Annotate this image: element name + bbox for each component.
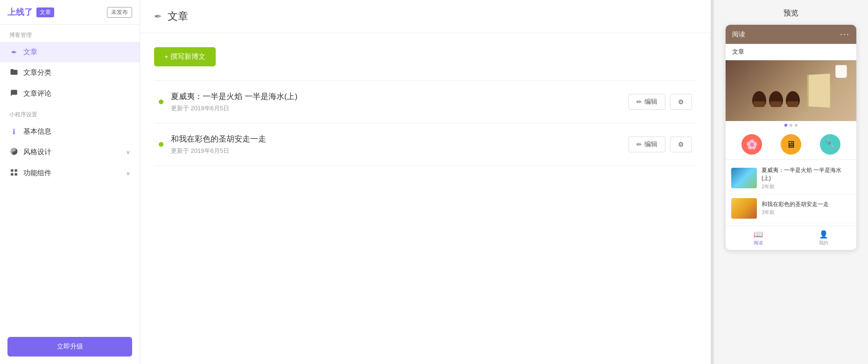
muffin-3 xyxy=(786,91,800,107)
article-item: 夏威夷：一半是火焰 一半是海水(上) 更新于 2019年6月5日 ✏ 编辑 ⚙ xyxy=(154,81,697,123)
edit-icon: ✏ xyxy=(636,98,642,106)
phone-icons-row: 🌸 🖥 🔧 xyxy=(726,129,856,160)
svg-rect-1 xyxy=(11,169,13,171)
mine-nav-label: 我的 xyxy=(819,240,828,246)
phone-article-item-1[interactable]: 和我在彩色的圣胡安走一走 3年前 xyxy=(726,194,856,223)
comments-icon xyxy=(9,89,19,99)
sidebar-header: 上线了 文章 未发布 xyxy=(0,0,140,25)
article-date-2: 更新于 2019年6月5日 xyxy=(171,147,621,155)
phone-article-time-0: 2年前 xyxy=(762,183,851,190)
phone-icon-wrench[interactable]: 🔧 xyxy=(820,134,840,155)
dot-2 xyxy=(790,124,792,127)
article-info-2: 和我在彩色的圣胡安走一走 更新于 2019年6月5日 xyxy=(171,134,621,155)
thumb-hawaii-bg xyxy=(731,168,757,188)
dot-3 xyxy=(795,124,797,127)
svg-rect-3 xyxy=(11,173,13,176)
style-design-icon xyxy=(9,147,19,157)
sidebar-item-articles[interactable]: ✒ 文章 xyxy=(0,42,140,62)
sidebar-bottom: 立即升级 xyxy=(0,329,140,364)
upgrade-button[interactable]: 立即升级 xyxy=(7,337,132,357)
muffin-scene xyxy=(752,74,830,107)
phone-thumb-1 xyxy=(731,198,757,219)
preview-title: 预览 xyxy=(714,0,868,25)
sidebar-item-style-design[interactable]: 风格设计 ∨ xyxy=(0,142,140,163)
main-content: ✒ 文章 + 撰写新博文 夏威夷：一半是火焰 一半是海水(上) 更新于 2019… xyxy=(140,0,711,364)
read-nav-icon: 📖 xyxy=(754,230,763,239)
mine-nav-icon: 👤 xyxy=(819,230,828,239)
phone-article-tab: 文章 xyxy=(726,44,856,60)
flower-icon: 🌸 xyxy=(746,139,758,150)
phone-article-list: 夏威夷：一半是火焰 一半是海水(上) 2年前 和我在彩色的圣胡安走一走 3年前 xyxy=(726,160,856,226)
sidebar-item-basic-info[interactable]: ℹ 基本信息 xyxy=(0,121,140,142)
gear-icon-2: ⚙ xyxy=(678,141,684,148)
phone-more-icon: ··· xyxy=(840,29,850,39)
gear-icon: ⚙ xyxy=(678,98,684,106)
phone-dots xyxy=(726,121,856,129)
article-item: 和我在彩色的圣胡安走一走 更新于 2019年6月5日 ✏ 编辑 ⚙ xyxy=(154,123,697,166)
chevron-down-icon: ∨ xyxy=(126,149,130,156)
sidebar-item-features[interactable]: 功能组件 ∨ xyxy=(0,163,140,184)
phone-article-info-1: 和我在彩色的圣胡安走一走 3年前 xyxy=(762,200,829,216)
phone-bottom-nav: 📖 阅读 👤 我的 xyxy=(726,226,856,250)
blog-management-label: 博客管理 xyxy=(0,25,140,42)
main-body: + 撰写新博文 夏威夷：一半是火焰 一半是海水(上) 更新于 2019年6月5日… xyxy=(140,33,711,180)
screen-icon: 🖥 xyxy=(786,139,796,150)
thumb-street-bg xyxy=(731,198,757,219)
article-list: 夏威夷：一半是火焰 一半是海水(上) 更新于 2019年6月5日 ✏ 编辑 ⚙ xyxy=(154,80,697,166)
phone-banner xyxy=(726,60,856,121)
preview-panel: 预览 阅读 ··· 文章 🌸 🖥 xyxy=(714,0,868,364)
mini-program-label: 小程序设置 xyxy=(0,104,140,121)
phone-top-bar-title: 阅读 xyxy=(732,30,745,39)
muffin-2 xyxy=(769,91,783,107)
sidebar-item-categories-label: 文章分类 xyxy=(23,68,51,77)
svg-rect-2 xyxy=(15,169,17,171)
edit-label: 编辑 xyxy=(644,98,657,106)
svg-rect-4 xyxy=(15,173,17,176)
phone-article-item-0[interactable]: 夏威夷：一半是火焰 一半是海水(上) 2年前 xyxy=(726,163,856,194)
settings-button-1[interactable]: ⚙ xyxy=(670,136,692,152)
coffee-cup xyxy=(835,65,847,78)
edit-button-1[interactable]: ✏ 编辑 xyxy=(628,136,665,152)
main-header: ✒ 文章 xyxy=(140,0,711,33)
phone-top-bar: 阅读 ··· xyxy=(726,25,856,44)
sidebar-item-style-design-label: 风格设计 xyxy=(23,148,51,157)
article-actions-2: ✏ 编辑 ⚙ xyxy=(628,136,692,152)
sidebar-item-features-label: 功能组件 xyxy=(23,169,51,178)
categories-icon xyxy=(9,68,19,78)
brand-badge: 文章 xyxy=(36,7,54,17)
phone-article-title-1: 和我在彩色的圣胡安走一走 xyxy=(762,200,829,208)
article-title: 夏威夷：一半是火焰 一半是海水(上) xyxy=(171,91,621,102)
edit-label-2: 编辑 xyxy=(644,140,657,149)
page-icon: ✒ xyxy=(154,11,162,22)
sidebar-item-articles-label: 文章 xyxy=(23,48,37,57)
book-visual xyxy=(807,73,830,107)
wrench-icon: 🔧 xyxy=(825,139,836,150)
phone-article-info-0: 夏威夷：一半是火焰 一半是海水(上) 2年前 xyxy=(762,166,851,190)
phone-nav-mine[interactable]: 👤 我的 xyxy=(791,230,856,246)
features-icon xyxy=(9,168,19,178)
phone-mockup: 阅读 ··· 文章 🌸 🖥 🔧 xyxy=(726,25,856,250)
read-nav-label: 阅读 xyxy=(754,240,763,246)
sidebar-item-comments[interactable]: 文章评论 xyxy=(0,83,140,104)
basic-info-icon: ℹ xyxy=(9,128,19,136)
page-title: 文章 xyxy=(168,9,188,23)
edit-button-0[interactable]: ✏ 编辑 xyxy=(628,94,665,110)
unpublished-badge: 未发布 xyxy=(107,7,132,18)
dot-1 xyxy=(784,124,787,127)
phone-icon-flower[interactable]: 🌸 xyxy=(741,134,762,155)
published-status-dot-2 xyxy=(159,142,163,147)
phone-nav-read[interactable]: 📖 阅读 xyxy=(726,230,791,246)
muffin-1 xyxy=(752,91,766,107)
article-info: 夏威夷：一半是火焰 一半是海水(上) 更新于 2019年6月5日 xyxy=(171,91,621,113)
sidebar-item-categories[interactable]: 文章分类 xyxy=(0,62,140,83)
sidebar-item-basic-info-label: 基本信息 xyxy=(23,127,51,136)
phone-icon-screen[interactable]: 🖥 xyxy=(781,134,801,155)
phone-thumb-0 xyxy=(731,168,757,188)
article-actions: ✏ 编辑 ⚙ xyxy=(628,94,692,110)
write-new-post-button[interactable]: + 撰写新博文 xyxy=(154,47,216,66)
article-date: 更新于 2019年6月5日 xyxy=(171,104,621,113)
settings-button-0[interactable]: ⚙ xyxy=(670,94,692,110)
edit-icon-2: ✏ xyxy=(636,141,642,148)
phone-article-time-1: 3年前 xyxy=(762,209,829,216)
chevron-down-icon-2: ∨ xyxy=(126,170,130,177)
